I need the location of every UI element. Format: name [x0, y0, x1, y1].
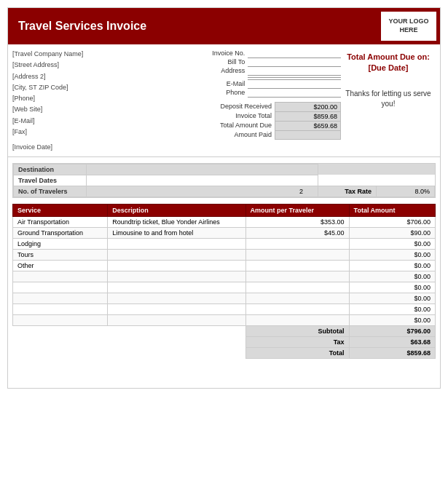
amount-per-traveler [245, 293, 349, 303]
col-amount-per-traveler: Amount per Traveler [245, 204, 349, 216]
col-service: Service [13, 204, 108, 216]
service-name: Ground Transportation [13, 227, 108, 238]
invoice-header: Travel Services Invoice YOUR LOGOHERE [8, 8, 440, 44]
services-section: Service Description Amount per Traveler … [12, 204, 436, 359]
total-amount: $0.00 [349, 282, 435, 293]
amount-per-traveler [245, 249, 349, 260]
company-phone: [Phone] [12, 93, 195, 104]
table-row: $0.00 [13, 293, 436, 303]
bill-to-value[interactable] [248, 57, 341, 66]
company-address2: [Address 2] [12, 71, 195, 82]
amount-per-traveler [245, 260, 349, 271]
invoice-title: Travel Services Invoice [8, 8, 380, 44]
amount-per-traveler [245, 314, 349, 325]
tax-label: Tax [245, 336, 349, 347]
service-name [13, 314, 108, 325]
bill-to-label: Bill To [195, 57, 248, 66]
tax-rate-value[interactable]: 8.0% [377, 186, 435, 197]
invoice-wrapper: Travel Services Invoice YOUR LOGOHERE [T… [7, 7, 441, 389]
table-row: Lodging$0.00 [13, 238, 436, 249]
amount-paid-label: Amount Paid [195, 130, 275, 139]
amount-per-traveler [245, 282, 349, 293]
total-amount-due-label: Total Amount Due on: [Due Date] [344, 52, 433, 74]
deposit-label: Deposit Received [195, 102, 275, 111]
email-value[interactable] [248, 79, 341, 88]
service-description: Limousine to and from hotel [108, 227, 245, 238]
col-description: Description [108, 204, 245, 216]
amount-per-traveler: $45.00 [245, 227, 349, 238]
total-amount: $0.00 [349, 260, 435, 271]
company-email: [E-Mail] [12, 116, 195, 127]
invoice-no-value[interactable] [248, 49, 341, 57]
destination-label: Destination [14, 164, 87, 175]
invoice-date: [Invoice Date] [12, 142, 195, 153]
service-description [108, 314, 245, 325]
service-description [108, 303, 245, 314]
company-fax: [Fax] [12, 127, 195, 138]
total-amount-due-row-label: Total Amount Due [195, 121, 275, 130]
table-row: Other$0.00 [13, 260, 436, 271]
total-amount: $90.00 [349, 227, 435, 238]
address-label: Address [195, 66, 248, 75]
info-section: [Travel Company Name] [Street Address] [… [8, 44, 440, 157]
invoice-fields: Invoice No. Bill To Address [195, 49, 341, 154]
total-value: $859.68 [349, 347, 435, 358]
table-row: $0.00 [13, 282, 436, 293]
table-row: $0.00 [13, 314, 436, 325]
invoice-total-label: Invoice Total [195, 111, 275, 121]
total-amount: $0.00 [349, 249, 435, 260]
amount-per-traveler [245, 303, 349, 314]
table-row: Tours$0.00 [13, 249, 436, 260]
subtotal-label: Subtotal [245, 325, 349, 336]
company-name: [Travel Company Name] [12, 49, 195, 60]
travel-dates-label: Travel Dates [14, 175, 87, 186]
service-name [13, 293, 108, 303]
service-name [13, 282, 108, 293]
service-name [13, 303, 108, 314]
tax-rate-label: Tax Rate [318, 186, 377, 197]
num-travelers-value[interactable]: 2 [87, 186, 318, 197]
total-amount: $0.00 [349, 314, 435, 325]
invoice-total-value[interactable]: $859.68 [275, 111, 341, 121]
company-address1: [Street Address] [12, 60, 195, 71]
services-table: Service Description Amount per Traveler … [12, 204, 436, 359]
table-row: $0.00 [13, 303, 436, 314]
amount-per-traveler: $353.00 [245, 216, 349, 227]
service-description [108, 293, 245, 303]
service-description [108, 282, 245, 293]
service-description [108, 238, 245, 249]
email-label: E-Mail [195, 79, 248, 88]
company-website: [Web Site] [12, 104, 195, 115]
service-name: Lodging [13, 238, 108, 249]
amount-paid-value[interactable] [275, 130, 341, 139]
company-info: [Travel Company Name] [Street Address] [… [12, 49, 195, 154]
total-amount: $0.00 [349, 293, 435, 303]
table-row: $0.00 [13, 271, 436, 282]
amount-per-traveler [245, 271, 349, 282]
col-total-amount: Total Amount [349, 204, 435, 216]
total-label: Total [245, 347, 349, 358]
company-city: [City, ST ZIP Code] [12, 82, 195, 93]
deposit-value[interactable]: $200.00 [275, 102, 341, 111]
total-section: Total Amount Due on: [Due Date] Thanks f… [341, 49, 436, 154]
destination-value[interactable] [87, 164, 318, 175]
amount-per-traveler [245, 238, 349, 249]
service-name: Air Transportation [13, 216, 108, 227]
total-amount: $0.00 [349, 303, 435, 314]
logo-box: YOUR LOGOHERE [380, 10, 438, 42]
num-travelers-label: No. of Travelers [14, 186, 87, 197]
phone-label: Phone [195, 88, 248, 97]
address-value[interactable] [248, 66, 341, 75]
total-amount-due-value[interactable]: $659.68 [275, 121, 341, 130]
travel-dates-value[interactable] [87, 175, 318, 186]
total-amount: $0.00 [349, 271, 435, 282]
service-description: Roundtrip ticket, Blue Yonder Airlines [108, 216, 245, 227]
logo-text: YOUR LOGOHERE [388, 17, 428, 34]
table-row: Ground TransportationLimousine to and fr… [13, 227, 436, 238]
phone-value[interactable] [248, 88, 341, 97]
total-amount: $0.00 [349, 238, 435, 249]
invoice-no-label: Invoice No. [195, 49, 248, 57]
total-amount: $706.00 [349, 216, 435, 227]
service-description [108, 260, 245, 271]
service-description [108, 249, 245, 260]
